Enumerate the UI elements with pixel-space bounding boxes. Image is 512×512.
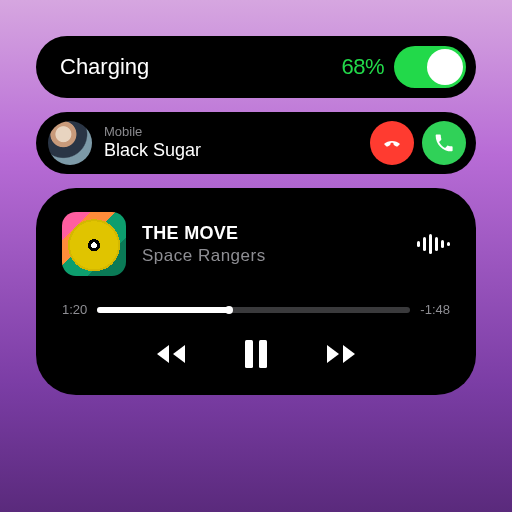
phone-icon xyxy=(433,132,455,154)
transport-controls xyxy=(62,339,450,369)
scrubber[interactable] xyxy=(97,307,410,313)
call-text: Mobile Black Sugar xyxy=(104,125,362,161)
skip-forward-icon xyxy=(323,342,359,366)
battery-toggle[interactable] xyxy=(394,46,466,88)
previous-track-button[interactable] xyxy=(153,342,189,366)
incoming-call-pill: Mobile Black Sugar xyxy=(36,112,476,174)
skip-back-icon xyxy=(153,342,189,366)
decline-call-button[interactable] xyxy=(370,121,414,165)
next-track-button[interactable] xyxy=(323,342,359,366)
elapsed-time: 1:20 xyxy=(62,302,87,317)
progress-row: 1:20 -1:48 xyxy=(62,302,450,317)
svg-rect-0 xyxy=(245,340,253,368)
pause-button[interactable] xyxy=(243,339,269,369)
call-type-label: Mobile xyxy=(104,125,362,140)
pause-icon xyxy=(243,339,269,369)
accept-call-button[interactable] xyxy=(422,121,466,165)
album-art xyxy=(62,212,126,276)
track-title: THE MOVE xyxy=(142,223,417,244)
caller-name: Black Sugar xyxy=(104,140,362,161)
scrubber-fill xyxy=(97,307,228,313)
media-player-card: THE MOVE Space Rangers 1:20 -1:48 xyxy=(36,188,476,395)
charging-label: Charging xyxy=(60,54,341,80)
battery-percent: 68% xyxy=(341,54,384,80)
waveform-icon[interactable] xyxy=(417,233,450,255)
track-artist: Space Rangers xyxy=(142,246,417,266)
svg-rect-1 xyxy=(259,340,267,368)
caller-avatar xyxy=(48,121,92,165)
battery-status-pill: Charging 68% xyxy=(36,36,476,98)
remaining-time: -1:48 xyxy=(420,302,450,317)
phone-down-icon xyxy=(380,131,404,155)
media-header-row: THE MOVE Space Rangers xyxy=(62,212,450,276)
toggle-knob xyxy=(427,49,463,85)
scrubber-thumb xyxy=(225,306,233,314)
track-info: THE MOVE Space Rangers xyxy=(142,223,417,266)
